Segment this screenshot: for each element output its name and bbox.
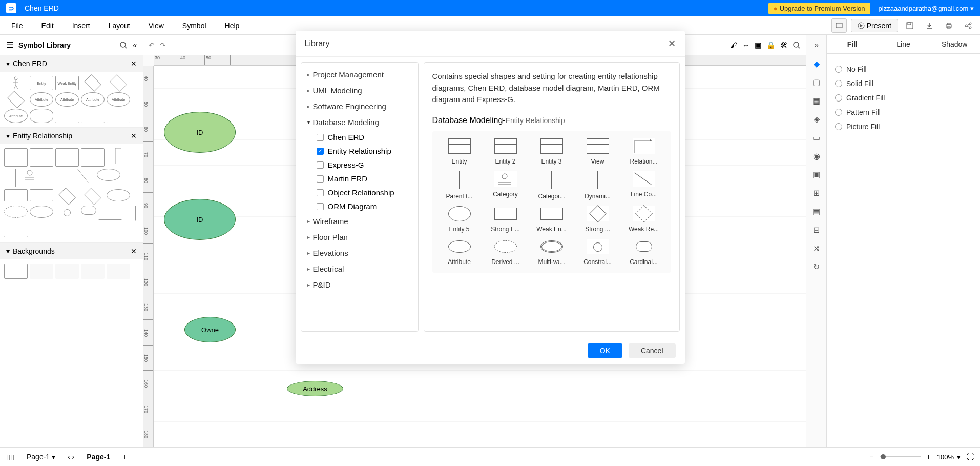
shape-bg-4[interactable] <box>81 264 105 279</box>
shape-attr[interactable] <box>107 189 130 201</box>
shape-actor[interactable] <box>4 76 28 90</box>
format-paint-icon[interactable]: 🖌 <box>730 41 737 49</box>
canvas-shape-owner[interactable]: Owne <box>184 317 236 342</box>
fill-option-pattern[interactable]: Pattern Fill <box>835 105 972 119</box>
download-icon[interactable] <box>922 18 937 33</box>
layers-icon[interactable]: ▣ <box>755 41 761 49</box>
shape-strong-entity[interactable] <box>4 189 28 201</box>
share-icon[interactable] <box>961 18 976 33</box>
print-icon[interactable] <box>941 18 956 33</box>
cancel-button[interactable]: Cancel <box>629 343 676 358</box>
menu-help[interactable]: Help <box>218 18 247 33</box>
zoom-level[interactable]: 100% ▾ <box>937 453 961 461</box>
shape-attribute-5[interactable]: Attribute <box>4 109 28 123</box>
shape-table-3[interactable] <box>55 148 79 167</box>
shape-diamond[interactable] <box>81 76 105 90</box>
tree-child-chen-erd[interactable]: Chen ERD <box>305 130 414 144</box>
menu-symbol[interactable]: Symbol <box>175 18 214 33</box>
shape-attribute-2[interactable]: Attribute <box>55 92 79 107</box>
presentation-mode-icon[interactable] <box>831 18 847 33</box>
shape-dashed-line[interactable] <box>107 109 130 123</box>
tab-shadow[interactable]: Shadow <box>929 35 980 53</box>
document-title[interactable]: Chen ERD <box>25 4 59 12</box>
undo-icon[interactable]: ↶ <box>149 41 155 49</box>
shape-vertical-line-2[interactable] <box>55 169 55 187</box>
page-tab-1[interactable]: Page-1 <box>82 451 114 463</box>
grid-item[interactable]: Categor... <box>532 171 572 200</box>
shape-strong-rel[interactable] <box>55 189 79 204</box>
upgrade-button[interactable]: Upgrade to Premium Version <box>768 3 870 14</box>
shape-derived[interactable] <box>4 206 28 218</box>
shape-entity5[interactable] <box>97 169 120 181</box>
shape-vertical-line-3[interactable] <box>69 169 69 187</box>
shape-multi[interactable] <box>30 206 53 218</box>
shapes-tool-icon[interactable]: ▢ <box>810 76 823 88</box>
shape-vertical-line[interactable] <box>15 169 16 187</box>
close-icon[interactable]: ✕ <box>131 59 137 68</box>
present-button[interactable]: Present <box>851 19 898 32</box>
grid-item[interactable]: Strong E... <box>486 206 526 233</box>
tree-software-engineering[interactable]: Software Engineering <box>305 98 414 114</box>
app-logo-icon[interactable]: ⊃ <box>6 3 16 13</box>
tree-pid[interactable]: P&ID <box>305 277 414 293</box>
random-icon[interactable]: ⤨ <box>810 242 823 254</box>
grid-item[interactable]: View <box>578 138 618 165</box>
tree-wireframe[interactable]: Wireframe <box>305 213 414 229</box>
tab-fill[interactable]: Fill <box>827 35 878 53</box>
history-icon[interactable]: ↻ <box>810 260 823 273</box>
redo-icon[interactable]: ↷ <box>160 41 166 49</box>
grid-item[interactable]: Category <box>486 171 526 200</box>
shape-relationship[interactable] <box>4 92 28 107</box>
shape-line[interactable] <box>55 109 79 123</box>
zoom-out-icon[interactable]: − <box>869 453 873 461</box>
tree-child-orm-diagram[interactable]: ORM Diagram <box>305 199 414 213</box>
fill-option-picture[interactable]: Picture Fill <box>835 119 972 134</box>
menu-layout[interactable]: Layout <box>101 18 137 33</box>
shape-bg-2[interactable] <box>30 264 53 279</box>
library-section-header[interactable]: ▾ Chen ERD ✕ <box>0 55 143 72</box>
lock-icon[interactable]: 🔒 <box>766 41 775 49</box>
save-icon[interactable] <box>902 18 918 33</box>
shape-bg-3[interactable] <box>55 264 79 279</box>
page-view-icon[interactable]: ▯▯ <box>6 453 14 461</box>
zoom-in-icon[interactable]: + <box>927 453 931 461</box>
shape-table-2[interactable] <box>30 148 53 167</box>
shape-attribute[interactable]: Attribute <box>30 92 53 107</box>
shape-entity[interactable]: Entity <box>30 76 53 90</box>
shape-cardinality[interactable] <box>81 206 96 215</box>
close-icon[interactable]: ✕ <box>668 38 676 49</box>
grid-item[interactable]: Entity 2 <box>486 138 526 165</box>
add-page-icon[interactable]: + <box>122 453 127 461</box>
shape-weak-entity-2[interactable] <box>30 189 53 201</box>
shape-table-4[interactable] <box>81 148 105 167</box>
tree-child-express-g[interactable]: Express-G <box>305 158 414 172</box>
grid-item[interactable]: Derived ... <box>486 239 526 266</box>
tree-floor-plan[interactable]: Floor Plan <box>305 229 414 245</box>
shape-diagonal[interactable] <box>71 169 95 183</box>
shape-constraint[interactable] <box>55 206 79 220</box>
shape-line-3[interactable] <box>98 206 122 220</box>
canvas-shape-id-2[interactable]: ID <box>164 199 236 240</box>
shape-diamond-2[interactable] <box>107 76 130 90</box>
tree-elevations[interactable]: Elevations <box>305 245 414 261</box>
tree-electrical[interactable]: Electrical <box>305 261 414 277</box>
grid-item[interactable]: Weak En... <box>532 206 572 233</box>
grid-item[interactable]: Entity 5 <box>440 206 479 233</box>
layers-tool-icon[interactable]: ◈ <box>810 113 823 125</box>
menu-insert[interactable]: Insert <box>65 18 97 33</box>
page-dropdown[interactable]: Page-1 ▾ <box>23 451 59 463</box>
align-tool-icon[interactable]: ▤ <box>810 205 823 217</box>
expand-icon[interactable]: » <box>810 39 823 51</box>
grid-item[interactable]: Strong ... <box>578 206 618 233</box>
shape-table[interactable] <box>4 148 28 167</box>
shape-weak-entity[interactable]: Weak Entity <box>55 76 79 90</box>
tree-child-entity-relationship[interactable]: ✓Entity Relationship <box>305 144 414 158</box>
canvas-shape-address[interactable]: Address <box>287 381 343 396</box>
menu-edit[interactable]: Edit <box>34 18 61 33</box>
shape-cloud[interactable] <box>30 109 53 123</box>
shape-attribute-3[interactable]: Attribute <box>81 92 105 107</box>
shape-attribute-4[interactable]: Attribute <box>107 92 130 107</box>
shape-line-4[interactable] <box>4 223 28 237</box>
grid-item[interactable]: Multi-va... <box>532 239 572 266</box>
collapse-panel-icon[interactable]: « <box>133 41 137 49</box>
